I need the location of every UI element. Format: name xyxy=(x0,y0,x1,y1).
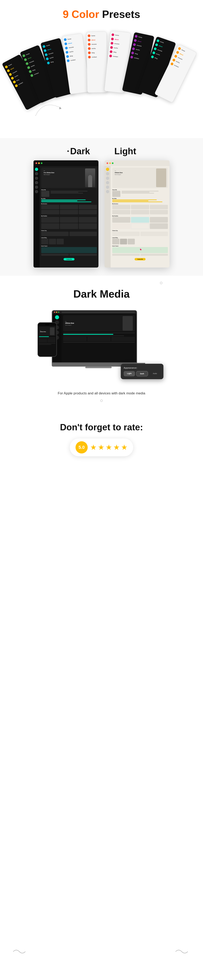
sidebar-icon xyxy=(35,186,38,189)
cta-button[interactable]: Contact Me xyxy=(63,258,75,261)
laptop-content-bar xyxy=(63,342,135,343)
services-label-light: My Services xyxy=(112,203,168,204)
laptop-grid-item xyxy=(87,337,111,341)
service-item xyxy=(79,210,97,214)
service-item-light xyxy=(150,205,168,209)
title-main: Presets xyxy=(102,8,140,20)
contact-input-light xyxy=(141,254,168,256)
sidebar-icon xyxy=(35,177,38,180)
appearance-option-auto[interactable]: Auto xyxy=(149,371,160,376)
sidebar-icon xyxy=(35,190,38,193)
portfolio-item xyxy=(60,223,78,229)
about-label-light: About Me xyxy=(112,189,168,190)
portfolio-item-light xyxy=(112,223,130,229)
about-img xyxy=(41,191,49,197)
stars-container: ★ ★ ★ ★ ★ xyxy=(90,443,127,452)
preset-card-5: home about resume works blog contact xyxy=(86,32,108,93)
laptop-hero-sub: Web Designer xyxy=(65,325,121,326)
dark-media-title: Dark Media xyxy=(73,288,130,300)
hero-text-light: I'm Olivia Doe Web Designer xyxy=(115,170,123,175)
phone-bar xyxy=(39,343,56,344)
portfolio-item xyxy=(41,223,59,229)
laptop-content: I'm Olivia Doe Web Designer xyxy=(52,313,136,362)
rating-score: 5.0 xyxy=(76,441,88,453)
client-item-light xyxy=(112,232,140,236)
appearance-option-dark[interactable]: Dark xyxy=(136,371,148,376)
appearance-panel: Appearance: Light Dark Auto xyxy=(121,364,163,379)
hero-name-light: Olivia Doe xyxy=(115,172,123,173)
sidebar-icon-light xyxy=(106,186,109,189)
browser-dot-min xyxy=(56,312,57,313)
phone-mockup: I'm Olivia Doe xyxy=(38,322,57,357)
about-block-dark: About Me xyxy=(41,189,97,197)
blog-img-light xyxy=(120,239,127,244)
blog-img xyxy=(57,239,64,244)
rating-section: Don't forget to rate: 5.0 ★ ★ ★ ★ ★ xyxy=(0,410,203,473)
laptop-grid-item xyxy=(111,337,135,341)
mockup-body-light: I'm Olivia Doe Web Designer About Me xyxy=(105,166,170,267)
dark-media-title-text: Dark Media xyxy=(73,288,130,300)
phone-hero: I'm Olivia Doe xyxy=(39,326,56,336)
service-item xyxy=(41,210,59,214)
clients-block-dark: Clients Say xyxy=(41,230,97,236)
star-3: ★ xyxy=(106,443,112,452)
browser-dot-close xyxy=(54,312,55,313)
title-colored: 9 Color xyxy=(63,8,99,20)
laptop-skill-bar xyxy=(63,334,113,335)
service-item xyxy=(60,210,78,214)
contact-block-dark: Get In Touch xyxy=(41,245,97,256)
portfolio-label: My Portfolio xyxy=(41,215,97,216)
map-area-light xyxy=(112,247,168,253)
about-bar xyxy=(51,193,83,193)
hero-light: I'm Olivia Doe Web Designer xyxy=(112,168,168,188)
map-pin xyxy=(140,248,142,250)
appearance-option-light[interactable]: Light xyxy=(124,371,135,376)
star-5: ★ xyxy=(121,443,127,452)
mockup-content-dark: I'm I'm Olivia Doe Web Designer About Me xyxy=(40,166,98,267)
skills-label: My Skills xyxy=(41,198,97,199)
phone-person xyxy=(50,328,54,335)
star-4: ★ xyxy=(113,443,120,452)
appearance-label: Appearance: xyxy=(124,367,160,369)
about-bar xyxy=(51,192,78,192)
dark-light-section: Dark Light xyxy=(0,138,203,276)
laptop-content-bar xyxy=(63,332,135,333)
about-bar-light xyxy=(122,193,154,193)
about-block-light: About Me xyxy=(112,189,168,197)
contact-input-light xyxy=(112,254,140,256)
hero-im-label-light: I'm xyxy=(115,170,123,171)
blog-label-light: Latest Blog xyxy=(112,237,168,238)
skill-bar xyxy=(41,200,77,201)
contact-input xyxy=(41,254,69,256)
service-item-light xyxy=(150,210,168,214)
sidebar-icon-light xyxy=(106,190,109,193)
about-img-light xyxy=(112,191,121,197)
cta-button-light[interactable]: Contact Me xyxy=(135,258,146,261)
mockup-header-dark xyxy=(33,161,98,166)
portfolio-item xyxy=(41,217,59,223)
mockup-body-dark: I'm I'm Olivia Doe Web Designer About Me xyxy=(33,166,98,267)
portfolio-block-dark: My Portfolio xyxy=(41,215,97,229)
mockup-sidebar-light xyxy=(105,166,111,267)
phone-bar xyxy=(39,337,56,338)
light-mockup: I'm Olivia Doe Web Designer About Me xyxy=(105,161,170,267)
phone-content: I'm Olivia Doe xyxy=(38,326,56,346)
phone-grid-item xyxy=(48,339,56,342)
dark-media-mockup-container: I'm Olivia Doe Web Designer xyxy=(35,306,168,387)
window-maximize-dot-light xyxy=(112,162,114,164)
sidebar-icon-light xyxy=(106,181,109,184)
clients-block-light: Clients Say xyxy=(112,230,168,236)
sidebar-icon-light xyxy=(106,172,109,175)
window-close-dot xyxy=(35,162,37,164)
laptop-hero: I'm Olivia Doe Web Designer xyxy=(63,315,135,331)
portfolio-block-light: My Portfolio xyxy=(112,215,168,229)
screenshots-row: I'm I'm Olivia Doe Web Designer About Me xyxy=(4,161,199,267)
cta-button-area: Contact Me xyxy=(41,257,97,261)
laptop-mockup: I'm Olivia Doe Web Designer xyxy=(52,310,145,368)
window-minimize-dot xyxy=(38,162,40,164)
section-title: 9 Color Presets xyxy=(63,8,140,20)
blog-img xyxy=(41,239,48,244)
window-minimize-dot-light xyxy=(109,162,111,164)
browser-url-bar xyxy=(62,312,135,313)
laptop-hero-name: Olivia Doe xyxy=(65,322,121,324)
